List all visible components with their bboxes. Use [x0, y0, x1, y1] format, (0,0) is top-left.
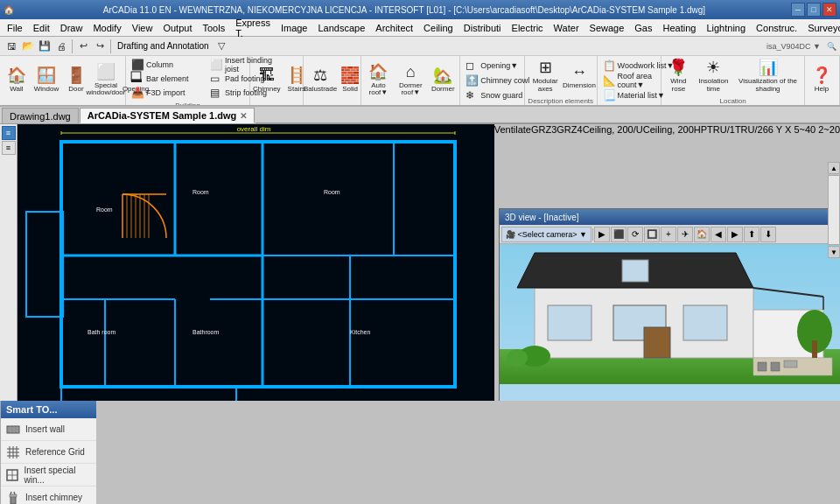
- smart-to-insert-wall[interactable]: Insert wall: [1, 418, 96, 441]
- view3d-canvas[interactable]: [500, 244, 840, 401]
- stairs-group-label: [253, 103, 300, 105]
- help-button[interactable]: ❓ Help: [808, 63, 836, 98]
- menu-file[interactable]: File: [2, 21, 28, 35]
- f3d-import-button[interactable]: 📥 F3D import: [129, 86, 206, 100]
- balustrade-button[interactable]: ⚖ Balustrade: [306, 63, 334, 98]
- special-window-icon: ⬜: [96, 64, 116, 81]
- left-btn-2[interactable]: ≡: [2, 141, 16, 155]
- menu-architect[interactable]: Architect: [370, 21, 418, 35]
- tab-drawing1[interactable]: Drawing1.dwg: [2, 108, 79, 123]
- column-button[interactable]: ⬛ Column: [129, 58, 206, 72]
- roof-buttons: 🏠 Auto roof▼ ⌂ Dormer roof▼ 🏡 Dormer: [364, 58, 457, 103]
- qa-save[interactable]: 💾: [37, 38, 52, 54]
- bar-element-button[interactable]: ▬ Bar element: [129, 72, 206, 86]
- menu-output[interactable]: Output: [158, 21, 197, 35]
- scroll-up-btn[interactable]: ▲: [828, 162, 840, 174]
- v3d-btn11[interactable]: ⬇: [760, 227, 776, 242]
- menu-construc[interactable]: Construc.: [751, 21, 802, 35]
- separator2: [110, 39, 111, 53]
- v3d-btn6[interactable]: ✈: [677, 227, 693, 242]
- menu-image[interactable]: Image: [276, 21, 313, 35]
- left-btn-1[interactable]: ≡: [2, 126, 16, 140]
- window-controls: ─ □ ✕: [791, 3, 836, 17]
- qa-redo[interactable]: ↪: [92, 38, 108, 54]
- menu-distributi[interactable]: Distributi: [458, 21, 507, 35]
- wall-button[interactable]: 🏠 Wall: [3, 63, 31, 98]
- insolation-button[interactable]: ☀ Insolation time: [694, 60, 732, 94]
- building-buttons: ⬛ Column ▬ Bar element 📥 F3D import ⬜ In…: [129, 58, 247, 100]
- menu-edit[interactable]: Edit: [28, 21, 55, 35]
- tab-spacer: [256, 122, 840, 123]
- ribbon-group-stairs: 🏗 Chimney 🪜 Stairs: [250, 56, 304, 105]
- solid-button[interactable]: 🧱 Solid: [336, 63, 364, 98]
- balustrade-buttons: ⚖ Balustrade 🧱 Solid: [306, 58, 358, 103]
- close-button[interactable]: ✕: [822, 3, 836, 17]
- location-group-label: Location: [664, 95, 802, 105]
- menu-surveyor[interactable]: Surveyor: [802, 21, 840, 35]
- menu-view[interactable]: View: [127, 21, 158, 35]
- menu-electric[interactable]: Electric: [507, 21, 549, 35]
- maximize-button[interactable]: □: [807, 3, 821, 17]
- solid-icon: 🧱: [340, 67, 360, 85]
- ribbon-group-roof: 🏠 Auto roof▼ ⌂ Dormer roof▼ 🏡 Dormer: [361, 56, 460, 105]
- qa-new[interactable]: 🖫: [4, 38, 19, 54]
- menu-expresst[interactable]: Express T.: [230, 16, 276, 40]
- visualization-button[interactable]: 📊 Visualization of the shading: [734, 60, 802, 94]
- insolation-label: Insolation time: [696, 78, 730, 94]
- menu-heating[interactable]: Heating: [658, 21, 702, 35]
- v3d-btn10[interactable]: ⬆: [744, 227, 760, 242]
- spec-win-svg: [5, 468, 19, 482]
- dormer-roof-button[interactable]: ⌂ Dormer roof▼: [394, 63, 427, 98]
- smart-to-reference-grid[interactable]: Reference Grid: [1, 441, 96, 464]
- modular-axes-button[interactable]: ⊞ Modular axes: [528, 60, 564, 94]
- menu-water[interactable]: Water: [549, 21, 584, 35]
- chimney-button[interactable]: 🏗 Chimney: [253, 63, 281, 98]
- v3d-btn7[interactable]: 🏠: [694, 227, 710, 242]
- v3d-btn4[interactable]: 🔲: [644, 227, 660, 242]
- menu-ceiling[interactable]: Ceiling: [418, 21, 458, 35]
- stairs-buttons: 🏗 Chimney 🪜 Stairs: [253, 58, 300, 103]
- wind-rose-button[interactable]: 🌹 Wind rose: [664, 60, 692, 94]
- svg-line-71: [14, 492, 15, 494]
- dimension-button[interactable]: ↔ Dimension: [564, 60, 593, 94]
- drawing-canvas[interactable]: overall dim Room Room Room Bath room Bat…: [18, 124, 494, 401]
- bar-element-icon: ▬: [131, 73, 144, 85]
- menu-gas[interactable]: Gas: [629, 21, 657, 35]
- scroll-down-btn[interactable]: ▼: [828, 246, 840, 258]
- menu-tools[interactable]: Tools: [197, 21, 230, 35]
- auto-roof-button[interactable]: 🏠 Auto roof▼: [364, 63, 392, 98]
- qa-print[interactable]: 🖨: [53, 38, 69, 54]
- qa-dropdown[interactable]: ▽: [214, 38, 229, 54]
- help-label: Help: [815, 86, 829, 94]
- smart-to-special-window[interactable]: Insert special win...: [1, 464, 96, 486]
- v3d-btn5[interactable]: +: [661, 227, 676, 242]
- v3d-btn8[interactable]: ◀: [710, 227, 726, 242]
- tab-sample-close[interactable]: ✕: [240, 111, 247, 121]
- v3d-btn1[interactable]: ▶: [594, 227, 610, 242]
- smart-to-chimney[interactable]: Insert chimney: [1, 486, 96, 504]
- dormer-button[interactable]: 🏡 Dormer: [429, 63, 457, 98]
- wall-svg: [6, 423, 20, 437]
- opening-dropdown-icon: ◻: [466, 60, 478, 72]
- qa-undo[interactable]: ↩: [75, 38, 91, 54]
- search-box[interactable]: 🔍: [827, 42, 836, 51]
- dimension-icon: ↔: [571, 64, 587, 81]
- select-camera-button[interactable]: 🎥 <Select camera> ▼: [501, 227, 592, 242]
- special-window-button[interactable]: ⬜ Special window/door: [92, 63, 120, 98]
- menu-draw[interactable]: Draw: [55, 21, 88, 35]
- v3d-btn2[interactable]: ⬛: [611, 227, 626, 242]
- dormer-roof-label: Dormer roof▼: [396, 82, 424, 98]
- minimize-button[interactable]: ─: [791, 3, 805, 17]
- menu-modify[interactable]: Modify: [88, 21, 126, 35]
- scroll-track[interactable]: [828, 175, 840, 245]
- chimney-label: Chimney: [253, 86, 281, 94]
- menu-landscape[interactable]: Landscape: [312, 21, 370, 35]
- document-tabs: Drawing1.dwg ArCADia-SYSTEM Sample 1.dwg…: [0, 107, 840, 124]
- menu-lightning[interactable]: Lightning: [701, 21, 751, 35]
- qa-open[interactable]: 📂: [20, 38, 36, 54]
- v3d-btn3[interactable]: ⟳: [627, 227, 643, 242]
- tab-sample[interactable]: ArCADia-SYSTEM Sample 1.dwg ✕: [80, 108, 256, 123]
- v3d-btn9[interactable]: ▶: [727, 227, 743, 242]
- window-button[interactable]: 🪟 Window: [32, 63, 60, 98]
- menu-sewage[interactable]: Sewage: [584, 21, 630, 35]
